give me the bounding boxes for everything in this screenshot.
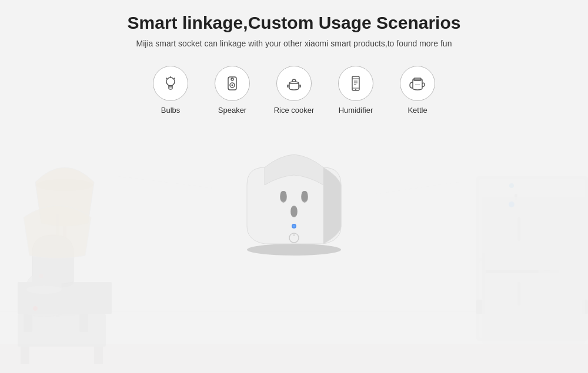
humidifier-icon-circle — [338, 66, 373, 101]
svg-rect-48 — [302, 191, 308, 201]
svg-point-51 — [293, 225, 295, 227]
kettle-icon-circle — [400, 66, 435, 101]
speaker-label: Speaker — [218, 106, 246, 115]
svg-line-29 — [174, 78, 175, 79]
speaker-item: Speaker — [205, 66, 260, 115]
rice-cooker-item: Rice cooker — [266, 66, 322, 115]
svg-point-32 — [232, 85, 233, 86]
svg-point-33 — [231, 78, 233, 80]
smart-plug-container — [229, 132, 359, 256]
page-title: Smart linkage,Custom Usage Scenarios — [128, 13, 461, 33]
svg-point-43 — [247, 244, 341, 256]
svg-point-25 — [166, 78, 175, 86]
smart-plug-svg — [229, 132, 359, 256]
bulbs-item: Bulbs — [143, 66, 199, 115]
svg-point-37 — [355, 89, 356, 90]
kettle-item: Kettle — [390, 66, 446, 115]
bulbs-label: Bulbs — [161, 106, 181, 115]
bulbs-icon-circle — [153, 66, 188, 101]
svg-rect-47 — [280, 191, 286, 201]
svg-line-28 — [166, 78, 168, 79]
page-container: Smart linkage,Custom Usage Scenarios Mij… — [0, 0, 588, 373]
rice-cooker-label: Rice cooker — [274, 106, 315, 115]
svg-rect-41 — [414, 78, 421, 80]
speaker-icon-circle — [215, 66, 250, 101]
svg-rect-49 — [291, 206, 297, 217]
rice-cooker-icon-circle — [276, 66, 312, 101]
humidifier-label: Humidifier — [339, 106, 373, 115]
device-icons-row: Bulbs Speaker — [143, 66, 446, 115]
kettle-label: Kettle — [407, 106, 427, 115]
page-subtitle: Mijia smart socket can linkage with your… — [136, 39, 452, 48]
humidifier-item: Humidifier — [328, 66, 384, 115]
